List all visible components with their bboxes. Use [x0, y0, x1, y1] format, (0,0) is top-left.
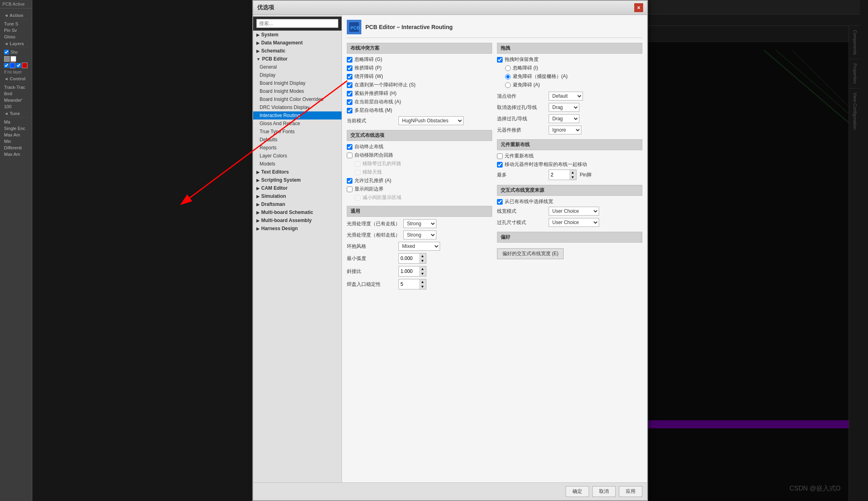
cb-hug-push[interactable]: 紧贴并推挤障碍 (H)	[347, 90, 492, 97]
sidebar-item-display[interactable]: Display	[253, 71, 342, 79]
meander-item[interactable]: Meander'	[4, 97, 28, 103]
min-arc-up[interactable]: ▲	[419, 254, 426, 258]
sidebar-item-layer-colors[interactable]: Layer Colors	[253, 152, 342, 160]
min-arc-down[interactable]: ▼	[419, 258, 426, 263]
sidebar-item-multiboard-sch[interactable]: ▶ Multi-board Schematic	[253, 208, 342, 216]
min-arc-spinner[interactable]: 0.000 ▲ ▼	[398, 253, 426, 264]
pad-entry-input[interactable]: 5	[399, 281, 419, 288]
dialog-close-btn[interactable]: ×	[634, 3, 643, 12]
radio-ignore-obstacle[interactable]: 忽略障碍 (I)	[505, 65, 642, 71]
cb-component-reroute[interactable]: 元件重新布线	[497, 153, 642, 159]
min-item[interactable]: Min	[4, 138, 28, 145]
layer-check-blue[interactable]	[4, 63, 9, 68]
line-width-mode-select[interactable]: User Choice Rule Minimum Rule Preferred	[549, 207, 599, 216]
apply-btn[interactable]: 应用	[619, 486, 642, 497]
sidebar-item-drc-violations[interactable]: DRC Violations Display	[253, 103, 342, 111]
cb-auto-route-current[interactable]: 在当前层自动布线 (A)	[347, 99, 492, 105]
cancel-btn[interactable]: 取消	[592, 486, 616, 497]
cb-show-clearance[interactable]: 显示间距边界	[347, 186, 492, 193]
layer-show-checkbox[interactable]	[4, 50, 9, 55]
smooth-existing-select[interactable]: Strong Weak Off	[403, 219, 436, 228]
sidebar-item-harness-design[interactable]: ▶ Harness Design	[253, 224, 342, 233]
differential-item[interactable]: Differenti	[4, 145, 28, 151]
layer-check-red[interactable]	[16, 63, 21, 68]
sidebar-item-board-insight-display[interactable]: Board Insight Display	[253, 79, 342, 87]
sidebar-item-models[interactable]: Models	[253, 160, 342, 168]
tune-item[interactable]: Tune S	[4, 21, 28, 27]
pad-entry-down[interactable]: ▼	[419, 284, 426, 289]
8mil-item[interactable]: 8mil	[4, 90, 28, 97]
cb-stop-at-first[interactable]: 在遇到第一个障碍时停止 (S)	[347, 82, 492, 88]
smooth-adjacent-select[interactable]: Strong Weak Off	[403, 231, 436, 239]
single-enc-item[interactable]: Single Enc	[4, 125, 28, 132]
miter-ratio-input[interactable]: 1.000	[399, 268, 419, 275]
miter-down[interactable]: ▼	[419, 271, 426, 276]
gloss-item[interactable]: Gloss	[4, 34, 28, 40]
sidebar-item-simulation[interactable]: ▶ Simulation	[253, 192, 342, 200]
max-pins-input[interactable]: 2	[549, 171, 569, 178]
sidebar-item-text-editors[interactable]: ▶ Text Editors	[253, 168, 342, 176]
sidebar-item-cam-editor[interactable]: ▶ CAM Editor	[253, 184, 342, 192]
cb-multilayer-auto[interactable]: 多层自动布线 (M)	[347, 107, 492, 114]
sidebar-item-defaults[interactable]: Defaults	[253, 136, 342, 144]
pin-sv-item[interactable]: Pin Sv	[4, 27, 28, 34]
mode-label: 当前模式	[347, 117, 395, 124]
sidebar-item-gloss-retrace[interactable]: Gloss And Retrace	[253, 119, 342, 128]
sidebar-item-system[interactable]: ▶ System	[253, 31, 342, 39]
cb-auto-remove-loop[interactable]: 自动移除闭合回路	[347, 152, 492, 159]
max-am-item2[interactable]: Max Am	[4, 151, 28, 157]
cb-push-obstacle[interactable]: 推挤障碍 (P)	[347, 65, 492, 71]
sidebar-item-reports[interactable]: Reports	[253, 144, 342, 152]
dialog-sidebar: ▶ System ▶ Data Management ▶ Schematic ▼…	[253, 15, 342, 482]
current-mode-select[interactable]: HugNPush Obstacles Ignore Obstacles Push…	[398, 116, 463, 125]
max-pins-label: 最多	[497, 172, 545, 178]
favorites-btn[interactable]: 偏好的交互式布线宽度 (E)	[497, 248, 564, 259]
max-pins-down[interactable]: ▼	[569, 175, 576, 180]
min-arc-input[interactable]: 0.000	[399, 255, 419, 262]
sidebar-item-schematic[interactable]: ▶ Schematic	[253, 47, 342, 55]
sim-label: Simulation	[261, 193, 286, 199]
sidebar-item-board-insight-color-overrides[interactable]: Board Insight Color Overrides	[253, 95, 342, 103]
cb-auto-terminate[interactable]: 自动终止布线	[347, 143, 492, 150]
cb-ignore-obstacle[interactable]: 忽略障碍 (G)	[347, 56, 492, 63]
cb-preserve-angle[interactable]: 拖拽时保留角度	[497, 56, 642, 63]
sidebar-item-draftsman[interactable]: ▶ Draftsman	[253, 200, 342, 208]
max-am-item1[interactable]: Max Am	[4, 132, 28, 138]
dialog-search-input[interactable]	[256, 19, 338, 28]
sidebar-item-true-type-fonts[interactable]: True Type Fonts	[253, 128, 342, 136]
sidebar-item-interactive-routing[interactable]: Interactive Routing	[253, 111, 342, 119]
max-pins-up[interactable]: ▲	[569, 170, 576, 175]
radio-avoid-obstacle[interactable]: 避免障碍 (A)	[505, 82, 642, 88]
vertex-action-select[interactable]: Default Drag Move	[549, 92, 583, 101]
via-size-mode-select[interactable]: User Choice Rule Minimum Rule Preferred	[549, 218, 599, 227]
cb-select-from-existing[interactable]: 从已有布线中选择线宽	[497, 198, 642, 205]
sidebar-item-data-mgmt[interactable]: ▶ Data Management	[253, 39, 342, 47]
deselect-via-select[interactable]: Drag Move	[549, 103, 579, 112]
pad-entry-up[interactable]: ▲	[419, 279, 426, 284]
draftsman-arrow: ▶	[256, 202, 260, 207]
data-mgmt-arrow: ▶	[256, 41, 260, 45]
track-item[interactable]: Track-Trac	[4, 84, 28, 90]
cb-allow-via-push[interactable]: 允许过孔推挤 (A)	[347, 177, 492, 184]
100-item[interactable]: 100	[4, 103, 28, 110]
ma-item[interactable]: Ma	[4, 119, 28, 125]
sidebar-item-scripting-system[interactable]: ▶ Scripting System	[253, 176, 342, 184]
pad-entry-spinner[interactable]: 5 ▲ ▼	[398, 279, 426, 289]
sidebar-item-multiboard-asm[interactable]: ▶ Multi-board Assembly	[253, 216, 342, 224]
component-push-select[interactable]: Ignore Push Stop	[549, 126, 581, 134]
ok-btn[interactable]: 确定	[566, 486, 589, 497]
radio-avoid-obstacle-snap[interactable]: 避免障碍（捕捉栅格）(A)	[505, 73, 642, 80]
sidebar-item-pcb-editor[interactable]: ▼ PCB Editor	[253, 55, 342, 63]
svg-text:PCB: PCB	[350, 25, 360, 30]
miter-up[interactable]: ▲	[419, 266, 426, 271]
sidebar-item-board-insight-modes[interactable]: Board Insight Modes	[253, 87, 342, 95]
select-via-label: 选择过孔/导线	[497, 115, 545, 122]
select-via-select[interactable]: Drag Move	[549, 114, 579, 123]
max-pins-spinner[interactable]: 2 ▲ ▼	[549, 170, 577, 180]
hug-style-select[interactable]: Mixed 45 Degree Round	[398, 242, 440, 251]
sidebar-item-general[interactable]: General	[253, 63, 342, 71]
cb-move-with-component[interactable]: 移动元器件时连带相应的布线一起移动	[497, 161, 642, 168]
miter-ratio-spinner[interactable]: 1.000 ▲ ▼	[398, 266, 426, 277]
cam-arrow: ▶	[256, 186, 260, 191]
cb-go-around[interactable]: 绕开障碍 (W)	[347, 73, 492, 80]
